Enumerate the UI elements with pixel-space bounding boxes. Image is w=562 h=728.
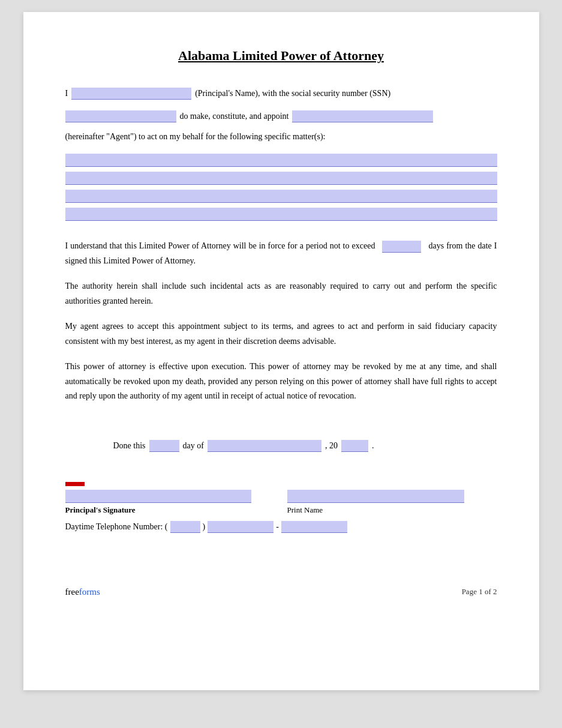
duration-paragraph: I understand that this Limited Power of … (65, 239, 497, 268)
done-prefix: Done this (113, 441, 146, 451)
print-name-label: Print Name (287, 505, 464, 515)
authority-paragraph: The authority herein shall include such … (65, 279, 497, 308)
phone-paren-close: ) (203, 522, 206, 532)
line1-suffix: (Principal's Name), with the social secu… (195, 89, 390, 98)
agent-name-input[interactable] (292, 110, 433, 122)
principal-signature-input[interactable] (65, 490, 251, 503)
page-footer: freeforms Page 1 of 2 (65, 581, 497, 597)
page-number: Page 1 of 2 (462, 587, 497, 597)
principal-name-input[interactable] (71, 88, 191, 100)
red-mark (65, 482, 85, 486)
year-input[interactable] (341, 440, 368, 452)
document-title: Alabama Limited Power of Attorney (65, 48, 497, 64)
document-page: Alabama Limited Power of Attorney I (Pri… (23, 12, 539, 690)
agent-intro-line: (hereinafter "Agent") to act on my behal… (65, 132, 497, 142)
principal-sig-block: Principal's Signature (65, 482, 251, 515)
done-period: . (372, 441, 374, 451)
phone-label: Daytime Telephone Number: ( (65, 522, 168, 532)
brand-free: free (65, 587, 79, 597)
print-name-input[interactable] (287, 490, 464, 503)
month-input[interactable] (208, 440, 321, 452)
line1-prefix: I (65, 89, 68, 98)
principal-name-line: I (Principal's Name), with the social se… (65, 88, 497, 100)
p1-text: I understand that this Limited Power of … (65, 241, 375, 250)
phone-ext-input[interactable] (281, 521, 347, 533)
matter-row-3[interactable] (65, 190, 497, 203)
phone-line: Daytime Telephone Number: ( ) - (65, 521, 497, 533)
phone-area-input[interactable] (170, 521, 200, 533)
agent-agrees-paragraph: My agent agrees to accept this appointme… (65, 319, 497, 349)
revocation-paragraph: This power of attorney is effective upon… (65, 359, 497, 404)
principal-sig-label: Principal's Signature (65, 505, 251, 515)
day-input[interactable] (149, 440, 179, 452)
signature-row: Principal's Signature Print Name (65, 482, 497, 515)
ssn-appoint-line: do make, constitute, and appoint (65, 110, 497, 122)
phone-dash: - (276, 522, 279, 532)
done-middle: day of (183, 441, 204, 451)
matter-row-4[interactable] (65, 208, 497, 221)
matter-row-2[interactable] (65, 172, 497, 185)
done-this-line: Done this day of , 20 . (65, 440, 497, 452)
print-name-block: Print Name (287, 482, 464, 515)
line3-text: (hereinafter "Agent") to act on my behal… (65, 132, 326, 141)
matter-row-1[interactable] (65, 154, 497, 167)
phone-main-input[interactable] (208, 521, 274, 533)
matters-field-area (65, 154, 497, 221)
line2-middle: do make, constitute, and appoint (180, 112, 289, 121)
done-20: , 20 (325, 441, 338, 451)
ssn-input[interactable] (65, 110, 176, 122)
brand-logo: freeforms (65, 587, 100, 597)
days-input[interactable] (382, 241, 421, 253)
brand-forms: forms (79, 587, 100, 597)
